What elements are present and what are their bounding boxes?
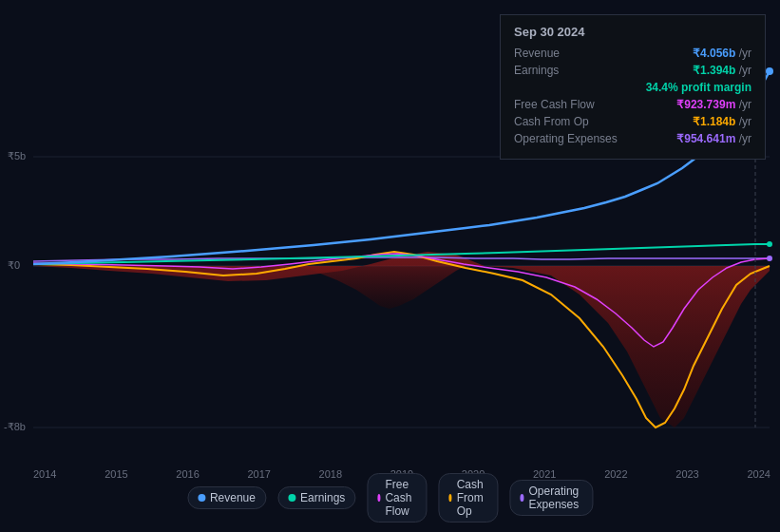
legend-item-fcf[interactable]: Free Cash Flow <box>367 473 427 522</box>
tooltip-row-profit-margin: 34.4% profit margin <box>514 81 751 94</box>
chart-container: Sep 30 2024 Revenue ₹4.056b /yr Earnings… <box>0 0 780 532</box>
x-label-2023: 2023 <box>675 468 698 480</box>
tooltip-value-profit-margin: 34.4% profit margin <box>646 81 751 94</box>
tooltip-label-earnings: Earnings <box>514 64 559 77</box>
tooltip-value-cfo: ₹1.184b /yr <box>693 115 751 128</box>
tooltip-row-earnings: Earnings ₹1.394b /yr <box>514 64 751 77</box>
tooltip-value-revenue: ₹4.056b /yr <box>693 47 751 60</box>
x-label-2015: 2015 <box>105 468 127 480</box>
tooltip-label-fcf: Free Cash Flow <box>514 98 595 111</box>
tooltip-row-revenue: Revenue ₹4.056b /yr <box>514 47 751 60</box>
legend-item-cfo[interactable]: Cash From Op <box>438 473 498 522</box>
tooltip-value-fcf: ₹923.739m /yr <box>676 98 751 111</box>
legend-label-opex: Operating Expenses <box>529 484 583 511</box>
legend-dot-earnings <box>288 494 295 502</box>
svg-point-7 <box>766 67 773 75</box>
legend-item-earnings[interactable]: Earnings <box>277 486 355 509</box>
legend-dot-cfo <box>448 494 451 502</box>
legend-dot-opex <box>520 494 523 502</box>
legend-item-revenue[interactable]: Revenue <box>187 486 266 509</box>
tooltip-value-earnings: ₹1.394b /yr <box>693 64 751 77</box>
tooltip-label-opex: Operating Expenses <box>514 132 618 145</box>
svg-point-8 <box>767 256 772 261</box>
legend-dot-revenue <box>198 494 205 502</box>
tooltip-label-cfo: Cash From Op <box>514 115 589 128</box>
legend-label-fcf: Free Cash Flow <box>385 478 416 518</box>
tooltip-box: Sep 30 2024 Revenue ₹4.056b /yr Earnings… <box>500 14 766 160</box>
tooltip-row-cfo: Cash From Op ₹1.184b /yr <box>514 115 751 128</box>
x-label-2022: 2022 <box>604 468 627 480</box>
x-label-2024: 2024 <box>747 468 770 480</box>
tooltip-row-fcf: Free Cash Flow ₹923.739m /yr <box>514 98 751 111</box>
chart-legend: Revenue Earnings Free Cash Flow Cash Fro… <box>187 473 593 522</box>
tooltip-label-revenue: Revenue <box>514 47 560 60</box>
legend-dot-fcf <box>377 494 380 502</box>
svg-text:-₹8b: -₹8b <box>4 421 26 432</box>
svg-point-9 <box>767 241 772 247</box>
tooltip-value-opex: ₹954.641m /yr <box>676 132 751 145</box>
x-label-2014: 2014 <box>33 468 56 480</box>
legend-item-opex[interactable]: Operating Expenses <box>509 480 593 516</box>
tooltip-date: Sep 30 2024 <box>514 25 751 39</box>
svg-text:₹5b: ₹5b <box>8 150 26 162</box>
legend-label-revenue: Revenue <box>210 491 256 504</box>
tooltip-row-opex: Operating Expenses ₹954.641m /yr <box>514 132 751 145</box>
legend-label-cfo: Cash From Op <box>457 478 488 518</box>
legend-label-earnings: Earnings <box>300 491 345 504</box>
svg-text:₹0: ₹0 <box>8 259 20 271</box>
